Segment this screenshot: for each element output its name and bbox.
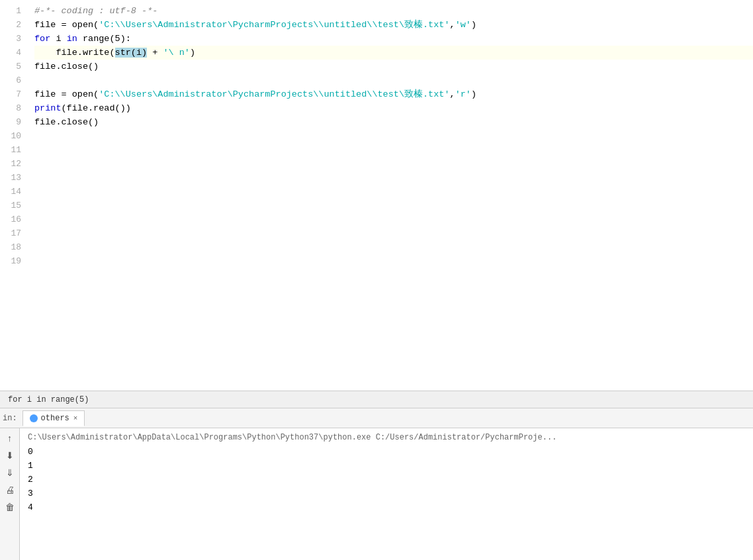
line-number: 5 [5, 60, 21, 73]
editor-area: 12345678910111213141516171819 #-*- codin… [0, 0, 753, 391]
line-number: 11 [5, 143, 21, 157]
line-number: 6 [5, 73, 21, 87]
clear-button[interactable]: 🗑 [3, 500, 17, 514]
run-command: C:\Users\Administrator\AppData\Local\Pro… [28, 431, 745, 445]
code-line[interactable] [34, 240, 753, 254]
line-number: 17 [5, 226, 21, 240]
code-line[interactable]: file.close() [34, 115, 753, 129]
code-line[interactable]: file = open('C:\\Users\Administrator\Pyc… [34, 18, 753, 32]
panel-content-area: ↑⬇⇓🖨🗑 C:\Users\Administrator\AppData\Loc… [0, 428, 753, 560]
output-number: 1 [28, 459, 745, 473]
output-number: 0 [28, 445, 745, 459]
scroll-down-button[interactable]: ⬇ [3, 448, 17, 463]
line-number: 2 [5, 18, 21, 32]
code-line[interactable]: file.write(str(i) + '\ n') [34, 46, 753, 60]
code-line[interactable] [34, 73, 753, 87]
print-button[interactable]: 🖨 [3, 483, 17, 497]
status-bar: for i in range(5) [0, 391, 753, 408]
panel-input-label: in: [3, 414, 17, 423]
code-line[interactable] [34, 254, 753, 268]
output-number: 2 [28, 473, 745, 487]
line-number: 18 [5, 240, 21, 254]
scroll-bottom-button[interactable]: ⇓ [3, 465, 17, 480]
code-line[interactable]: file.close() [34, 60, 753, 73]
panel-tab-others[interactable]: others × [22, 410, 85, 426]
code-content[interactable]: #-*- coding : utf-8 -*-file = open('C:\\… [26, 0, 753, 391]
status-text: for i in range(5) [8, 395, 89, 404]
line-numbers: 12345678910111213141516171819 [0, 0, 26, 391]
code-line[interactable] [34, 185, 753, 199]
scroll-up-button[interactable]: ↑ [3, 431, 17, 445]
tab-label: others [41, 414, 69, 423]
code-line[interactable] [34, 171, 753, 185]
code-line[interactable] [34, 157, 753, 171]
line-number: 12 [5, 157, 21, 171]
code-line[interactable]: for i in range(5): [34, 32, 753, 46]
panel-left-buttons: ↑⬇⇓🖨🗑 [0, 428, 20, 560]
line-number: 4 [5, 46, 21, 60]
code-line[interactable]: #-*- coding : utf-8 -*- [34, 4, 753, 18]
line-number: 16 [5, 212, 21, 226]
code-line[interactable] [34, 226, 753, 240]
line-number: 1 [5, 4, 21, 18]
output-number: 4 [28, 500, 745, 514]
panel-content[interactable]: C:\Users\Administrator\AppData\Local\Pro… [20, 428, 753, 560]
bottom-panel: in: others × ↑⬇⇓🖨🗑 C:\Users\Administrato… [0, 408, 753, 560]
tab-close-button[interactable]: × [73, 414, 78, 422]
line-number: 9 [5, 115, 21, 129]
line-number: 8 [5, 101, 21, 115]
code-container: 12345678910111213141516171819 #-*- codin… [0, 0, 753, 391]
code-line[interactable] [34, 129, 753, 143]
tab-icon [30, 414, 38, 422]
code-line[interactable] [34, 143, 753, 157]
output-number: 3 [28, 487, 745, 500]
panel-tabs: in: others × [0, 408, 753, 428]
code-line[interactable]: print(file.read()) [34, 101, 753, 115]
line-number: 14 [5, 185, 21, 199]
line-number: 15 [5, 199, 21, 212]
code-line[interactable] [34, 199, 753, 212]
line-number: 13 [5, 171, 21, 185]
line-number: 3 [5, 32, 21, 46]
code-line[interactable]: file = open('C:\\Users\Administrator\Pyc… [34, 87, 753, 101]
line-number: 19 [5, 254, 21, 268]
line-number: 10 [5, 129, 21, 143]
code-line[interactable] [34, 212, 753, 226]
line-number: 7 [5, 87, 21, 101]
